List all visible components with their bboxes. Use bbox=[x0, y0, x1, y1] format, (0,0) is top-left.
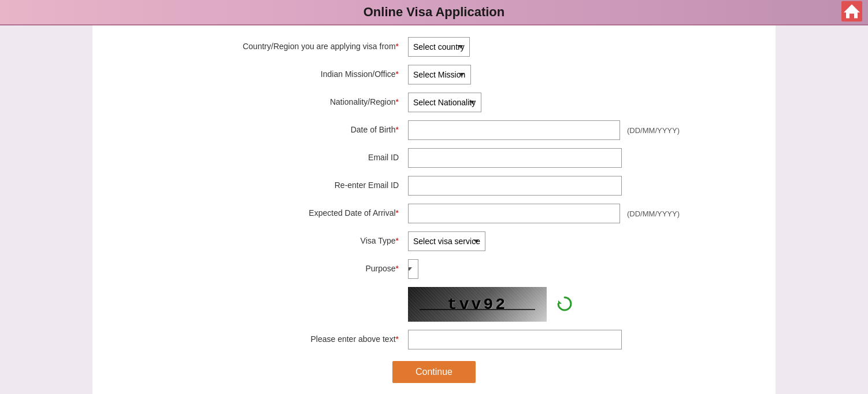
form-row-dob: Date of Birth* (DD/MM/YYYY) bbox=[188, 120, 680, 140]
select-wrapper-country: Select country bbox=[408, 37, 622, 57]
label-mission: Indian Mission/Office* bbox=[188, 69, 408, 80]
refresh-icon-wrap[interactable] bbox=[556, 295, 573, 314]
nationality-select[interactable]: Select Nationality bbox=[408, 93, 481, 112]
required-star-purpose: * bbox=[396, 264, 399, 273]
header-bar: Online Visa Application bbox=[0, 0, 868, 25]
page-wrapper: Online Visa Application Country/Region y… bbox=[0, 0, 868, 394]
label-dob: Date of Birth* bbox=[188, 124, 408, 136]
captcha-image: tvv92 bbox=[408, 287, 547, 322]
arrival-input[interactable] bbox=[408, 204, 620, 223]
captcha-text-display: tvv92 bbox=[447, 296, 507, 314]
required-star-country: * bbox=[396, 42, 399, 51]
select-wrapper-nationality: Select Nationality bbox=[408, 93, 622, 112]
continue-button[interactable]: Continue bbox=[392, 361, 476, 383]
label-visa-type: Visa Type* bbox=[188, 235, 408, 247]
form-row-purpose: Purpose* bbox=[188, 259, 680, 279]
form-row-country: Country/Region you are applying visa fro… bbox=[188, 37, 680, 57]
required-star-captcha: * bbox=[396, 334, 399, 344]
form-row-re-email: Re-enter Email ID bbox=[188, 176, 680, 196]
home-icon-wrap[interactable] bbox=[841, 1, 862, 24]
label-purpose: Purpose* bbox=[188, 263, 408, 275]
form-row-arrival: Expected Date of Arrival* (DD/MM/YYYY) bbox=[188, 204, 680, 223]
form-row-visa-type: Visa Type* Select visa service bbox=[188, 231, 680, 251]
label-captcha: Please enter above text* bbox=[188, 334, 408, 345]
mission-select[interactable]: Select Mission bbox=[408, 65, 471, 84]
dob-hint: (DD/MM/YYYY) bbox=[627, 126, 680, 135]
select-wrapper-visa-type: Select visa service bbox=[408, 231, 622, 251]
form-row-captcha-input: Please enter above text* bbox=[188, 330, 680, 349]
label-country: Country/Region you are applying visa fro… bbox=[188, 41, 408, 53]
label-nationality: Nationality/Region* bbox=[188, 97, 408, 108]
continue-row: Continue bbox=[188, 361, 680, 383]
required-star-visa-type: * bbox=[396, 236, 399, 245]
select-wrapper-purpose bbox=[408, 259, 622, 279]
arrival-hint: (DD/MM/YYYY) bbox=[627, 209, 680, 218]
dob-input[interactable] bbox=[408, 120, 620, 140]
required-star-nationality: * bbox=[396, 97, 399, 106]
form-container: Country/Region you are applying visa fro… bbox=[188, 37, 680, 383]
captcha-input[interactable] bbox=[408, 330, 622, 349]
country-select[interactable]: Select country bbox=[408, 37, 470, 57]
email-input[interactable] bbox=[408, 148, 622, 168]
required-star-mission: * bbox=[396, 69, 399, 79]
required-star-arrival: * bbox=[396, 208, 399, 218]
required-star-dob: * bbox=[396, 125, 399, 134]
captcha-row: tvv92 bbox=[408, 287, 680, 322]
re-email-input[interactable] bbox=[408, 176, 622, 196]
visa-type-select[interactable]: Select visa service bbox=[408, 231, 485, 251]
form-row-nationality: Nationality/Region* Select Nationality bbox=[188, 93, 680, 112]
captcha-line bbox=[420, 309, 535, 310]
form-row-mission: Indian Mission/Office* Select Mission bbox=[188, 65, 680, 84]
purpose-select[interactable] bbox=[408, 259, 418, 279]
header-title: Online Visa Application bbox=[363, 5, 505, 19]
select-wrapper-mission: Select Mission bbox=[408, 65, 622, 84]
svg-marker-2 bbox=[558, 300, 562, 304]
home-icon bbox=[841, 1, 862, 22]
label-arrival: Expected Date of Arrival* bbox=[188, 208, 408, 219]
label-re-email: Re-enter Email ID bbox=[188, 180, 408, 192]
label-email: Email ID bbox=[188, 152, 408, 164]
refresh-icon bbox=[556, 295, 573, 312]
main-content: Country/Region you are applying visa fro… bbox=[92, 25, 776, 394]
form-row-email: Email ID bbox=[188, 148, 680, 168]
